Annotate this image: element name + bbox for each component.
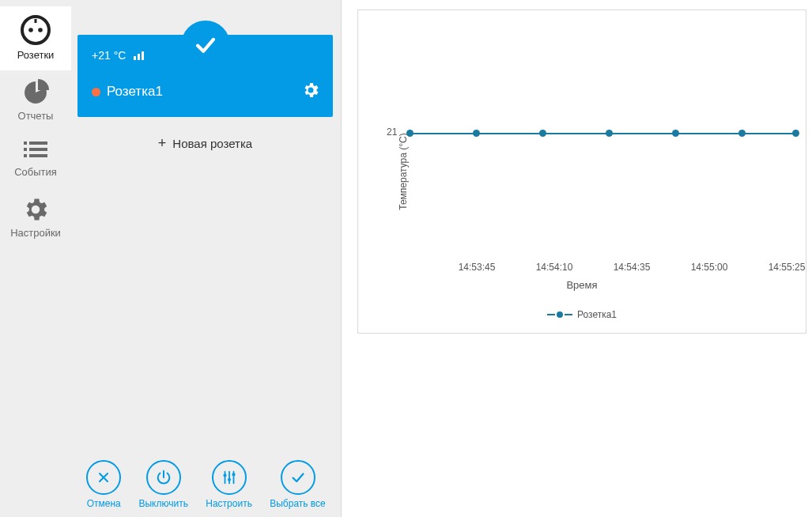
selected-badge <box>181 21 230 70</box>
svg-point-15 <box>232 473 235 476</box>
socket-name: Розетка1 <box>107 84 163 100</box>
action-label: Выбрать все <box>270 498 326 509</box>
chart-data-point <box>738 130 746 137</box>
add-socket-label: Новая розетка <box>172 137 252 150</box>
chart-legend: Розетка1 <box>547 309 617 320</box>
check-icon <box>289 469 307 486</box>
select-all-button[interactable]: Выбрать все <box>270 460 326 509</box>
svg-rect-5 <box>29 142 47 145</box>
check-icon <box>192 32 219 58</box>
gear-icon <box>301 81 320 100</box>
chart-x-tick: 14:54:10 <box>536 262 573 273</box>
pie-chart-icon <box>21 78 50 107</box>
chart-x-ticks: 14:53:45 14:54:10 14:54:35 14:55:00 14:5… <box>358 262 806 274</box>
chart-x-tick: 14:53:45 <box>459 262 496 273</box>
chart-y-tick: 21 <box>387 126 397 138</box>
chart-data-point <box>606 130 613 137</box>
signal-icon <box>134 51 144 60</box>
chart-x-tick: 14:54:35 <box>614 262 651 273</box>
action-label: Настроить <box>206 498 252 509</box>
socket-temperature: +21 °C <box>92 49 126 62</box>
chart-data-point <box>473 130 480 137</box>
chart-data-point <box>539 130 546 137</box>
close-icon <box>96 470 111 485</box>
socket-card[interactable]: +21 °C Розетка1 <box>77 35 333 117</box>
chart-data-point <box>672 130 679 137</box>
chart-x-tick: 14:55:25 <box>769 262 806 273</box>
sidebar-item-label: Отчеты <box>18 110 54 122</box>
sidebar: Розетки Отчеты События <box>0 0 71 517</box>
cancel-button[interactable]: Отмена <box>86 460 121 509</box>
socket-list-panel: +21 °C Розетка1 + Новая розетка <box>71 0 342 517</box>
temperature-chart: Температура (°C) 21 14:53:45 14:54:10 14… <box>357 9 806 334</box>
chart-x-axis-label: Время <box>566 279 597 291</box>
action-label: Отмена <box>87 498 121 509</box>
configure-button[interactable]: Настроить <box>206 460 252 509</box>
sliders-icon <box>221 469 238 486</box>
svg-rect-7 <box>29 148 47 151</box>
chart-x-tick: 14:55:00 <box>691 262 728 273</box>
socket-settings-button[interactable] <box>301 81 320 103</box>
action-bar: Отмена Выключить <box>71 460 341 509</box>
svg-rect-6 <box>24 148 27 151</box>
sidebar-item-events[interactable]: События <box>0 131 71 187</box>
svg-point-13 <box>223 474 226 477</box>
svg-rect-9 <box>29 154 47 157</box>
plus-icon: + <box>158 136 167 150</box>
chart-data-point <box>792 130 799 137</box>
list-icon <box>22 139 49 163</box>
sidebar-item-label: Настройки <box>10 227 61 239</box>
sidebar-item-sockets[interactable]: Розетки <box>0 6 71 70</box>
svg-point-14 <box>228 478 231 481</box>
legend-series-name: Розетка1 <box>577 309 617 320</box>
chart-panel: Температура (°C) 21 14:53:45 14:54:10 14… <box>342 0 812 517</box>
svg-point-2 <box>38 28 43 32</box>
turn-off-button[interactable]: Выключить <box>138 460 187 509</box>
sidebar-item-settings[interactable]: Настройки <box>0 187 71 248</box>
power-icon <box>155 469 172 486</box>
socket-icon <box>20 14 51 46</box>
svg-point-1 <box>28 28 33 32</box>
sidebar-item-label: Розетки <box>17 49 55 61</box>
status-dot-icon <box>92 88 100 96</box>
chart-y-axis-label: Температура (°C) <box>398 133 409 209</box>
gear-icon <box>21 195 50 224</box>
svg-rect-8 <box>24 154 27 157</box>
chart-data-point <box>406 130 414 137</box>
add-socket-button[interactable]: + Новая розетка <box>77 117 333 169</box>
action-label: Выключить <box>138 498 187 509</box>
legend-marker-icon <box>547 311 572 318</box>
svg-rect-3 <box>35 19 37 23</box>
svg-rect-4 <box>24 142 27 145</box>
sidebar-item-label: События <box>14 166 57 178</box>
sidebar-item-reports[interactable]: Отчеты <box>0 70 71 131</box>
